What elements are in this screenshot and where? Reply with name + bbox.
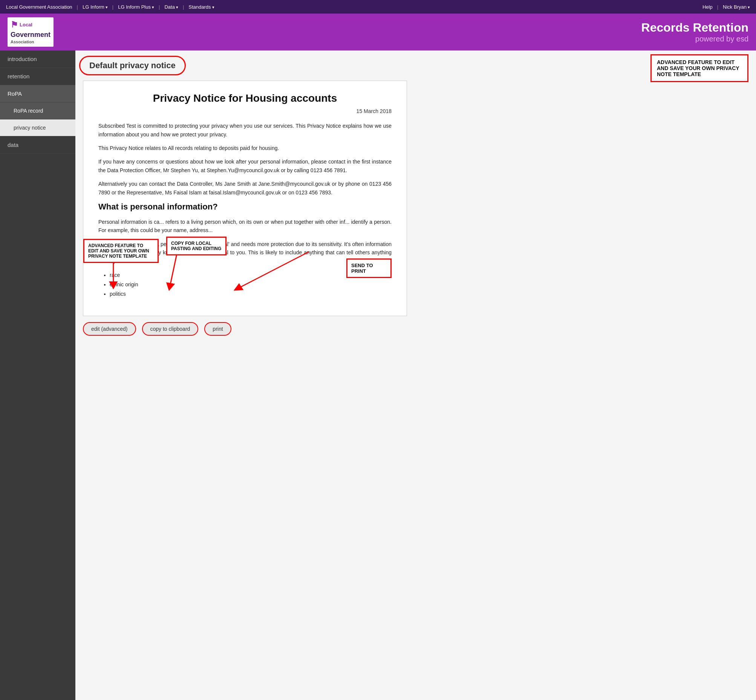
top-nav-left: Local Government Association | LG Inform… (6, 4, 214, 10)
advanced-feature-label: ADVANCED FEATURE TO EDIT AND SAVE YOUR O… (88, 243, 149, 259)
document-title: Privacy Notice for Housing accounts (99, 92, 391, 105)
edit-advanced-button[interactable]: edit (advanced) (83, 322, 136, 336)
doc-section-para-1: Personal information is ca... refers to … (99, 218, 391, 235)
logo-local-text: ⚑ Local (11, 20, 33, 31)
logo-area: ⚑ Local Government Association (8, 17, 53, 47)
top-navigation: Local Government Association | LG Inform… (0, 0, 756, 14)
standards-link[interactable]: Standards (188, 4, 214, 10)
data-link[interactable]: Data (164, 4, 178, 10)
default-privacy-notice-oval: Default privacy notice (79, 56, 186, 75)
annotation-advanced-feature: ADVANCED FEATURE TO EDIT AND SAVE YOUR O… (83, 239, 159, 263)
nav-separator-5: | (717, 4, 718, 10)
copy-clipboard-button[interactable]: copy to clipboard (142, 322, 199, 336)
doc-para-1: Subscribed Test is committed to protecti… (99, 122, 391, 139)
top-nav-right: Help | Nick Bryan (703, 4, 750, 10)
help-link[interactable]: Help (703, 4, 713, 10)
annotation-title-box: ADVANCED FEATURE TO EDIT AND SAVE YOUR O… (651, 54, 748, 82)
document-date: 15 March 2018 (99, 108, 391, 114)
nav-separator-3: | (159, 4, 160, 10)
bottom-buttons-area: edit (advanced) copy to clipboard print (83, 322, 748, 336)
sidebar-item-privacy-notice[interactable]: privacy notice (0, 119, 75, 136)
page-header: ⚑ Local Government Association Records R… (0, 14, 756, 50)
user-link[interactable]: Nick Bryan (723, 4, 750, 10)
powered-by-esd: powered by esd (642, 35, 748, 43)
lg-inform-plus-link[interactable]: LG Inform Plus (118, 4, 154, 10)
logo-association-text: Association (11, 39, 34, 44)
header-title-area: Records Retention powered by esd (642, 21, 748, 43)
oval-label: Default privacy notice (89, 61, 175, 70)
sidebar-item-ropa[interactable]: RoPA (0, 85, 75, 103)
nav-separator-4: | (183, 4, 184, 10)
main-layout: introduction retention RoPA RoPA record … (0, 50, 756, 700)
sidebar-item-data[interactable]: data (0, 136, 75, 154)
logo-box: ⚑ Local Government Association (8, 17, 53, 47)
sidebar-item-ropa-record[interactable]: RoPA record (0, 103, 75, 119)
send-print-label: SEND TO PRINT (351, 262, 373, 274)
print-button[interactable]: print (204, 322, 231, 336)
doc-para-4: Alternatively you can contact the Data C… (99, 180, 391, 197)
nav-separator-2: | (112, 4, 113, 10)
doc-para-2: This Privacy Notice relates to All recor… (99, 144, 391, 152)
annotation-send-print: SEND TO PRINT (346, 258, 391, 278)
list-item-politics: politics (110, 289, 391, 299)
lg-inform-link[interactable]: LG Inform (83, 4, 108, 10)
section-title: What is personal information? (99, 202, 391, 212)
list-item-ethnic: ethnic origin (110, 280, 391, 289)
annotation-copy-label: COPY FOR LOCAL PASTING AND EDITING (166, 237, 227, 255)
lga-link[interactable]: Local Government Association (6, 4, 72, 10)
content-area: ADVANCED FEATURE TO EDIT AND SAVE YOUR O… (75, 50, 756, 700)
logo-local-label: Local (20, 22, 33, 28)
records-retention-title: Records Retention (642, 21, 748, 35)
nav-separator-1: | (77, 4, 78, 10)
sidebar-item-retention[interactable]: retention (0, 68, 75, 85)
doc-para-3: If you have any concerns or questions ab… (99, 158, 391, 175)
document-container: ADVANCED FEATURE TO EDIT AND SAVE YOUR O… (83, 81, 407, 316)
sidebar: introduction retention RoPA RoPA record … (0, 50, 75, 700)
logo-government-text: Government (11, 31, 50, 39)
sidebar-item-introduction[interactable]: introduction (0, 50, 75, 68)
